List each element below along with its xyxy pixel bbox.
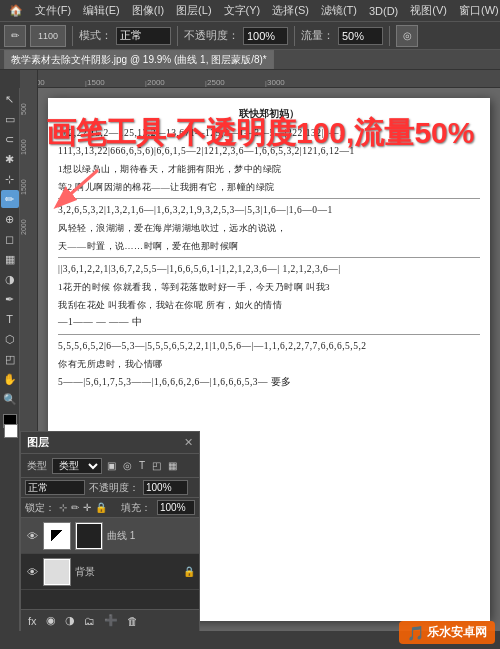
watermark-inner: 🎵 乐水安卓网 <box>399 621 495 644</box>
left-toolbar: ↖ ▭ ⊂ ✱ ⊹ ✏ ⊕ ◻ ▦ ◑ ✒ T ⬡ ◰ ✋ 🔍 <box>0 88 20 631</box>
ruler-top-inner: 1000 1500 2000 2500 3000 <box>20 78 325 87</box>
flow-input[interactable] <box>338 27 383 45</box>
doc-line-3: 1想以绿岛山，期待春天，才能拥有阳光，梦中的绿院 <box>58 162 480 176</box>
doc-section-3 <box>58 334 480 335</box>
mode-input[interactable] <box>116 27 171 45</box>
opacity-label: 不透明度： <box>89 481 139 495</box>
zoom-tool[interactable]: 🔍 <box>1 390 19 408</box>
hand-tool[interactable]: ✋ <box>1 370 19 388</box>
layer-thumb-bg <box>43 558 71 586</box>
adjustment-icon[interactable]: ◎ <box>121 459 134 472</box>
lock-all-icon[interactable]: 🔒 <box>95 502 107 513</box>
vmark-1000: 1000 <box>20 115 37 155</box>
doc-section-1 <box>58 198 480 199</box>
separator-4 <box>389 26 390 46</box>
magic-wand-tool[interactable]: ✱ <box>1 150 19 168</box>
add-mask-btn[interactable]: ◉ <box>43 613 59 628</box>
doc-line-1: （2,22,15,2—125,13,2—13,671—125,3—1—3—5—|… <box>58 126 480 141</box>
ruler-top: 1000 1500 2000 2500 3000 <box>20 70 500 88</box>
layer-item-background[interactable]: 👁 背景 🔒 <box>21 554 199 590</box>
menu-icon[interactable]: 🏠 <box>4 2 28 19</box>
flow-label: 流量： <box>301 28 334 43</box>
add-layer-btn[interactable]: ➕ <box>101 613 121 628</box>
path-tool[interactable]: ⬡ <box>1 330 19 348</box>
type-icon[interactable]: T <box>137 459 147 472</box>
layer-name-curve: 曲线 1 <box>107 529 195 543</box>
brush-preset-btn[interactable]: ✏ <box>4 25 26 47</box>
gradient-tool[interactable]: ▦ <box>1 250 19 268</box>
lock-paint-icon[interactable]: ✏ <box>71 502 79 513</box>
menu-3d[interactable]: 3D(D) <box>364 3 403 19</box>
background-color[interactable] <box>4 424 18 438</box>
doc-line-8: ||3,6,1,2,2,1|3,6,7,2,5,5—|1,6,6,5,6,1-|… <box>58 262 480 277</box>
brush-tool[interactable]: ✏ <box>1 190 19 208</box>
pen-tool[interactable]: ✒ <box>1 290 19 308</box>
doc-line-10: 我刮在花处 叫我看你，我站在你呢 所有，如火的情情 <box>58 298 480 312</box>
vmark-500: 500 <box>20 75 37 115</box>
crop-tool[interactable]: ⊹ <box>1 170 19 188</box>
document-content: 联快郑初妈） （2,22,15,2—125,13,2—13,671—125,3—… <box>48 98 490 401</box>
menu-file[interactable]: 文件(F) <box>30 1 76 20</box>
lock-label: 锁定： <box>25 501 55 515</box>
doc-line-13: 你有无所虑时，我心情哪 <box>58 357 480 371</box>
layers-panel-controls: ✕ <box>184 436 193 449</box>
separator-3 <box>294 26 295 46</box>
menu-filter[interactable]: 滤镜(T) <box>316 1 362 20</box>
shape-tool[interactable]: ◰ <box>1 350 19 368</box>
move-tool[interactable]: ↖ <box>1 90 19 108</box>
layer-lock-icon: 🔒 <box>183 566 195 577</box>
airbrush-btn[interactable]: ◎ <box>396 25 418 47</box>
menu-layer[interactable]: 图层(L) <box>171 1 216 20</box>
layers-panel-header: 图层 ✕ <box>21 432 199 454</box>
menu-window[interactable]: 窗口(W) <box>454 1 500 20</box>
lock-transparent-icon[interactable]: ⊹ <box>59 502 67 513</box>
clone-tool[interactable]: ⊕ <box>1 210 19 228</box>
marquee-tool[interactable]: ▭ <box>1 110 19 128</box>
menu-image[interactable]: 图像(I) <box>127 1 169 20</box>
layer-item-curve[interactable]: 👁 曲线 1 <box>21 518 199 554</box>
delete-layer-btn[interactable]: 🗑 <box>124 614 141 628</box>
menu-select[interactable]: 选择(S) <box>267 1 314 20</box>
layers-panel-title: 图层 <box>27 435 49 450</box>
menu-view[interactable]: 视图(V) <box>405 1 452 20</box>
layer-type-select[interactable]: 类型 像素 调整 <box>52 458 102 474</box>
pixel-icon[interactable]: ▣ <box>105 459 118 472</box>
ruler-mark-1500: 1500 <box>85 78 145 87</box>
blend-mode-input[interactable] <box>25 480 85 495</box>
add-style-btn[interactable]: fx <box>25 614 40 628</box>
lock-move-icon[interactable]: ✛ <box>83 502 91 513</box>
smart-obj-icon[interactable]: ▦ <box>166 459 179 472</box>
doc-section-2 <box>58 257 480 258</box>
doc-line-14: 5——|5,6,1,7,5,3——|1,6,6,6,2,6—|1,6,6,6,5… <box>58 375 480 390</box>
layers-bottom-bar: fx ◉ ◑ 🗂 ➕ 🗑 <box>21 609 199 631</box>
separator-2 <box>177 26 178 46</box>
menu-edit[interactable]: 编辑(E) <box>78 1 125 20</box>
document-tab[interactable]: 教学素材去除文件阴影.jpg @ 19.9% (曲线 1, 图层蒙版/8)* <box>4 50 274 69</box>
layer-eye-bg[interactable]: 👁 <box>25 566 39 578</box>
dodge-tool[interactable]: ◑ <box>1 270 19 288</box>
layer-opacity-input[interactable] <box>143 480 188 495</box>
doc-line-6: 风轻轻，浪湖湖，爱在海岸湖湖地吹过，远水的说说， <box>58 221 480 235</box>
add-group-btn[interactable]: 🗂 <box>81 614 98 628</box>
opacity-input[interactable] <box>243 27 288 45</box>
brush-size-btn[interactable]: 1100 <box>30 25 66 47</box>
layers-toolbar: 类型 类型 像素 调整 ▣ ◎ T ◰ ▦ <box>21 454 199 478</box>
doc-line-2: 111,3,13,22|666,6,5,6)|6,6,1,5—2|121,2,3… <box>58 144 480 159</box>
shape-filter-icon[interactable]: ◰ <box>150 459 163 472</box>
color-swatches <box>1 414 18 438</box>
opacity-label: 不透明度： <box>184 28 239 43</box>
lasso-tool[interactable]: ⊂ <box>1 130 19 148</box>
doc-line-7: 天——时置，说……时啊，爱在他那时候啊 <box>58 239 480 253</box>
add-adjustment-btn[interactable]: ◑ <box>62 613 78 628</box>
menu-bar: 🏠 文件(F) 编辑(E) 图像(I) 图层(L) 文字(Y) 选择(S) 滤镜… <box>0 0 500 22</box>
text-tool[interactable]: T <box>1 310 19 328</box>
options-bar: ✏ 1100 模式： 不透明度： 流量： ◎ <box>0 22 500 50</box>
layer-eye-curve[interactable]: 👁 <box>25 530 39 542</box>
doc-line-11: —1—— — —— 中 <box>58 315 480 330</box>
layers-panel-close[interactable]: ✕ <box>184 436 193 449</box>
fill-input[interactable] <box>157 500 195 515</box>
menu-text[interactable]: 文字(Y) <box>219 1 266 20</box>
eraser-tool[interactable]: ◻ <box>1 230 19 248</box>
watermark-icon: 🎵 <box>407 625 424 641</box>
doc-line-12: 5,5,5,6,5,2|6—5,3—|5,5,5,6,5,2,2,1|1,0,5… <box>58 339 480 354</box>
